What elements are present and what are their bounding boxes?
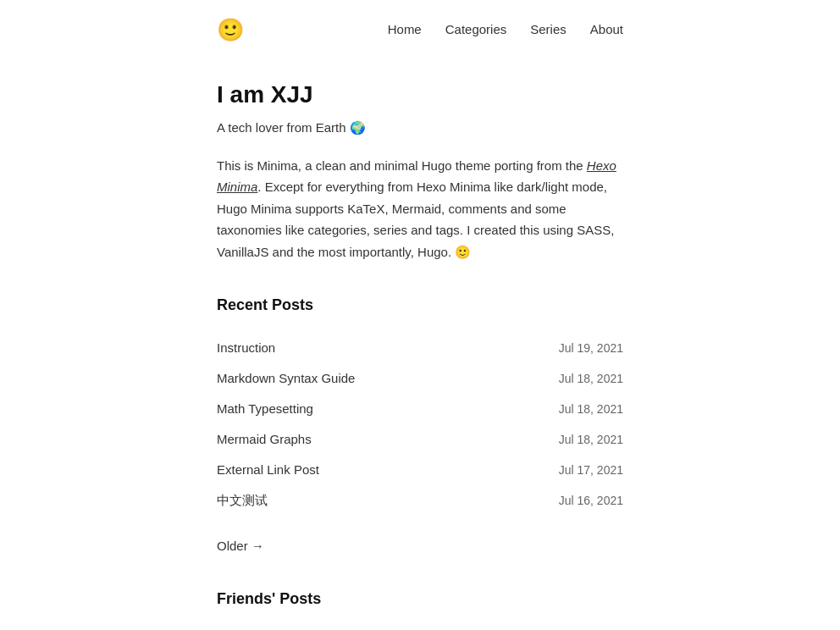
friends-posts-list: InstructionMon Jul 19 2021Markdown Synta… xyxy=(217,627,623,630)
recent-posts-list: InstructionJul 19, 2021Markdown Syntax G… xyxy=(217,333,623,516)
post-date: Jul 18, 2021 xyxy=(559,369,623,388)
table-row: Mermaid GraphsJul 18, 2021 xyxy=(217,424,623,455)
site-logo: 🙂 xyxy=(217,19,244,41)
post-date: Jul 18, 2021 xyxy=(559,430,623,449)
main-nav: HomeCategoriesSeriesAbout xyxy=(388,19,623,40)
older-link[interactable]: Older → xyxy=(217,536,264,556)
nav-item-categories[interactable]: Categories xyxy=(445,19,507,40)
post-title-link[interactable]: Markdown Syntax Guide xyxy=(217,368,355,389)
post-date: Jul 17, 2021 xyxy=(559,461,623,479)
post-title-link[interactable]: Instruction xyxy=(217,338,275,358)
post-title-link[interactable]: External Link Post xyxy=(217,460,319,480)
hexo-minima-link[interactable]: Hexo Minima xyxy=(217,158,616,195)
table-row: InstructionJul 19, 2021 xyxy=(217,333,623,363)
post-title-link[interactable]: Mermaid Graphs xyxy=(217,429,312,450)
table-row: 中文测试Jul 16, 2021 xyxy=(217,485,623,516)
site-description: This is Minima, a clean and minimal Hugo… xyxy=(217,155,623,263)
post-title-link[interactable]: Math Typesetting xyxy=(217,399,313,419)
site-subtitle: A tech lover from Earth 🌍 xyxy=(217,118,623,138)
table-row: Math TypesettingJul 18, 2021 xyxy=(217,394,623,424)
nav-item-home[interactable]: Home xyxy=(388,19,422,40)
recent-posts-title: Recent Posts xyxy=(217,293,623,318)
post-date: Jul 19, 2021 xyxy=(559,339,623,357)
post-date: Jul 18, 2021 xyxy=(559,400,623,418)
friends-posts-section: Friends' Posts InstructionMon Jul 19 202… xyxy=(217,587,623,630)
recent-posts-section: Recent Posts InstructionJul 19, 2021Mark… xyxy=(217,293,623,587)
table-row: InstructionMon Jul 19 2021 xyxy=(217,627,623,630)
table-row: External Link PostJul 17, 2021 xyxy=(217,455,623,485)
nav-item-series[interactable]: Series xyxy=(530,19,566,40)
post-date: Jul 16, 2021 xyxy=(559,491,623,510)
nav-item-about[interactable]: About xyxy=(590,19,623,40)
table-row: Markdown Syntax GuideJul 18, 2021 xyxy=(217,363,623,394)
page-title: I am XJJ xyxy=(217,76,623,114)
post-title-link[interactable]: 中文测试 xyxy=(217,490,268,511)
friends-posts-title: Friends' Posts xyxy=(217,587,623,611)
